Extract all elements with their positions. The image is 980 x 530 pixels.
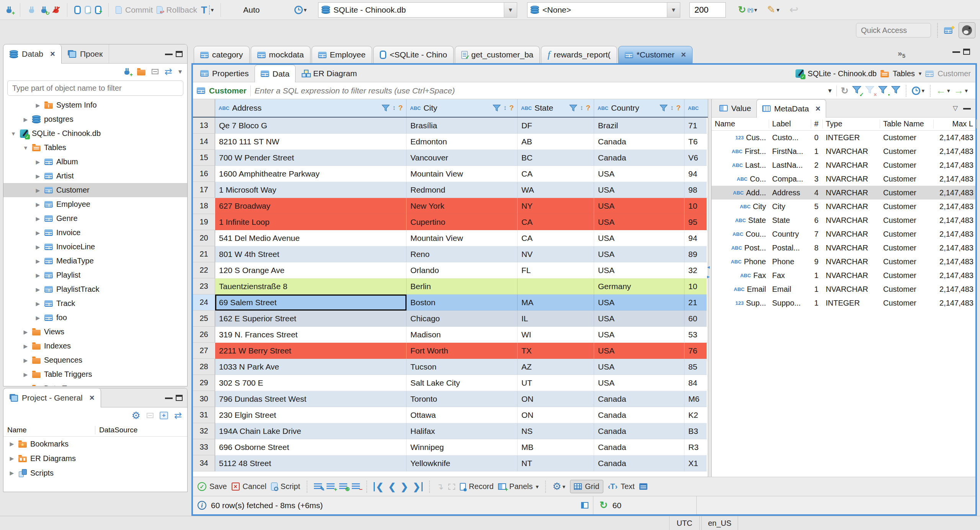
breadcrumb-database[interactable]: SQLite - Chinook.db [808, 69, 877, 78]
table-cell[interactable]: 700 W Pender Street [215, 150, 407, 166]
table-cell[interactable]: 1 Infinite Loop [215, 214, 407, 230]
table-cell[interactable]: 796 Dundas Street West [215, 391, 407, 407]
fetch-size-input[interactable] [689, 2, 726, 18]
duplicate-row-icon[interactable]: ⊕ [339, 483, 347, 490]
table-cell[interactable]: 53 [684, 327, 707, 343]
meta-column-header-label[interactable]: Label [769, 119, 811, 128]
table-cell[interactable]: 319 N. Frances Street [215, 327, 407, 343]
panels-button[interactable]: Panels▾ [498, 482, 539, 491]
table-cell[interactable]: K2 [684, 407, 707, 423]
chevron-right-icon[interactable]: ▶ [35, 201, 41, 208]
meta-row-postal[interactable]: ABCPost...Postal...8NVARCHARCustomer2,14… [712, 241, 975, 255]
table-cell[interactable]: Tauentzienstraße 8 [215, 278, 407, 294]
auto-refresh-timer-icon[interactable]: ▾ [912, 87, 924, 95]
table-cell[interactable]: Chicago [407, 311, 518, 327]
new-connection-icon[interactable]: + [122, 67, 131, 76]
cancel-button[interactable]: ×Cancel [232, 482, 266, 491]
table-cell[interactable]: MA [518, 294, 594, 311]
chevron-right-icon[interactable]: ▶ [23, 371, 29, 378]
tree-item-data-types[interactable]: ▶Data Types [3, 381, 187, 386]
editor-tab-customer[interactable]: *Customer× [618, 46, 693, 63]
breadcrumb-table[interactable]: Customer [938, 69, 971, 78]
table-cell[interactable]: Brasília [407, 118, 518, 134]
table-cell[interactable]: 89 [684, 246, 707, 262]
edit-row-icon[interactable]: ✎ [314, 483, 322, 490]
table-cell[interactable]: USA [594, 262, 684, 278]
table-cell[interactable]: 302 S 700 E [215, 375, 407, 391]
filter-funnel-icon[interactable] [382, 105, 390, 112]
tree-item-track[interactable]: ▶Track [3, 296, 187, 311]
table-cell[interactable]: Halifax [407, 423, 518, 439]
tree-item-views[interactable]: ▶Views [3, 325, 187, 339]
table-cell[interactable]: Qe 7 Bloco G [215, 118, 407, 134]
table-cell[interactable]: Fort Worth [407, 343, 518, 359]
table-cell[interactable]: 230 Elgin Street [215, 407, 407, 423]
column-header-state[interactable]: ABCState↕? [518, 99, 594, 117]
tree-item-sqlite-chinook-db[interactable]: ▼SQLite - Chinook.db [3, 126, 187, 141]
chevron-right-icon[interactable]: ▶ [35, 315, 41, 321]
table-cell[interactable]: Brazil [594, 118, 684, 134]
tree-item-playlisttrack[interactable]: ▶PlaylistTrack [3, 282, 187, 296]
tree-item-mediatype[interactable]: ▶MediaType [3, 254, 187, 268]
meta-row-city[interactable]: ABCCityCity5NVARCHARCustomer2,147,483 [712, 200, 975, 213]
chevron-right-icon[interactable]: ▶ [35, 159, 41, 165]
filter-funnel-icon[interactable] [569, 105, 577, 112]
edit-position-icon[interactable] [581, 502, 588, 509]
table-cell[interactable]: Salt Lake City [407, 375, 518, 391]
table-cell[interactable]: USA [594, 343, 684, 359]
table-cell[interactable]: 10 [684, 278, 707, 294]
meta-column-header-[interactable]: # [811, 119, 823, 128]
tab-database-navigator[interactable]: Datab × [3, 44, 62, 64]
disconnect-icon[interactable] [52, 5, 60, 15]
record-button[interactable]: Record [460, 482, 493, 491]
chevron-right-icon[interactable]: ▶ [35, 301, 41, 307]
column-header-partial[interactable]: ABC [684, 99, 707, 117]
table-cell[interactable]: USA [594, 214, 684, 230]
table-cell[interactable]: Mountain View [407, 230, 518, 246]
table-cell[interactable]: TX [518, 343, 594, 359]
tree-item-sequences[interactable]: ▶Sequences [3, 353, 187, 367]
table-cell[interactable]: 1 Microsoft Way [215, 182, 407, 198]
table-cell[interactable]: UT [518, 375, 594, 391]
row-number[interactable]: 17 [193, 182, 215, 198]
tree-item-postgres[interactable]: ▶postgres [3, 112, 187, 126]
row-number[interactable]: 22 [193, 262, 215, 278]
meta-row-phone[interactable]: ABCPhonePhone9NVARCHARCustomer2,147,483 [712, 255, 975, 268]
meta-row-custo[interactable]: 123Cus...Custo...0INTEGERCustomer2,147,4… [712, 131, 975, 144]
table-cell[interactable]: 801 W 4th Street [215, 246, 407, 262]
table-cell[interactable]: USA [594, 166, 684, 182]
table-cell[interactable]: USA [594, 327, 684, 343]
table-cell[interactable]: Canada [594, 407, 684, 423]
table-cell[interactable]: Ottawa [407, 407, 518, 423]
meta-row-state[interactable]: ABCStateState6NVARCHARCustomer2,147,483 [712, 213, 975, 227]
tree-item-playlist[interactable]: ▶Playlist [3, 268, 187, 282]
table-cell[interactable]: Yellowknife [407, 455, 518, 471]
table-cell[interactable]: CA [518, 230, 594, 246]
expand-icon[interactable]: + [160, 412, 168, 419]
apply-filter-icon[interactable]: ✓ [852, 86, 861, 96]
object-filter-input[interactable] [7, 80, 183, 96]
table-cell[interactable]: 627 Broadway [215, 198, 407, 214]
chevron-down-icon[interactable]: ▼ [10, 131, 16, 137]
column-header-country[interactable]: ABCCountry↕? [594, 99, 684, 117]
table-cell[interactable]: M6 [684, 391, 707, 407]
tree-item-foo[interactable]: ▶foo [3, 311, 187, 325]
table-cell[interactable]: 120 S Orange Ave [215, 262, 407, 278]
custom-filter-icon[interactable] [891, 86, 900, 96]
table-cell[interactable]: DF [518, 118, 594, 134]
editor-tab-rewards-report[interactable]: frewards_report( [541, 46, 617, 63]
table-cell[interactable]: 1600 Amphitheatre Parkway [215, 166, 407, 182]
table-cell[interactable]: 2211 W Berry Street [215, 343, 407, 359]
tree-item-customer[interactable]: ▶Customer [3, 183, 187, 197]
view-menu-icon[interactable]: ▾ [178, 67, 182, 76]
tree-item-invoiceline[interactable]: ▶InvoiceLine [3, 240, 187, 254]
editor-tab-get-customer-ba[interactable]: get_customer_ba [455, 46, 540, 63]
meta-row-firstna[interactable]: ABCFirst...FirstNa...1NVARCHARCustomer2,… [712, 144, 975, 158]
chevron-down-icon[interactable]: ▾ [919, 70, 922, 77]
link-with-editor-icon[interactable]: ⇄ [165, 68, 172, 75]
panel-splitter[interactable]: ◂▸ [708, 99, 712, 477]
meta-row-fax[interactable]: ABCFaxFax1NVARCHARCustomer2,147,483 [712, 268, 975, 282]
tree-item-table-triggers[interactable]: ▶Table Triggers [3, 367, 187, 381]
perspective-table-icon[interactable]: ◆ [944, 27, 952, 34]
row-number[interactable]: 27 [193, 343, 215, 359]
